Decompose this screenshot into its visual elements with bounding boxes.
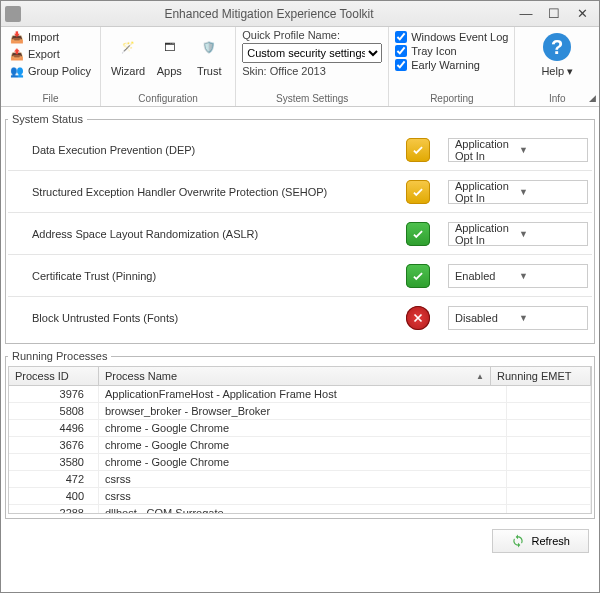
- process-table-body[interactable]: 3976ApplicationFrameHost - Application F…: [8, 386, 592, 514]
- group-policy-button[interactable]: 👥 Group Policy: [7, 63, 94, 79]
- table-row[interactable]: 3580chrome - Google Chrome: [9, 454, 591, 471]
- status-icon-wrap: [388, 264, 448, 288]
- table-row[interactable]: 5808browser_broker - Browser_Broker: [9, 403, 591, 420]
- refresh-icon: [511, 534, 525, 548]
- running-processes-panel: Running Processes Process ID Process Nam…: [5, 350, 595, 519]
- tray-icon-input[interactable]: [395, 45, 407, 57]
- status-combo[interactable]: Application Opt In▼: [448, 222, 588, 246]
- status-icon-wrap: [388, 222, 448, 246]
- group-label-configuration: Configuration: [107, 92, 229, 106]
- cell-emet: [507, 488, 591, 504]
- help-button[interactable]: ? Help ▾: [537, 29, 577, 80]
- status-combo[interactable]: Enabled▼: [448, 264, 588, 288]
- help-label: Help ▾: [541, 65, 573, 78]
- early-warning-input[interactable]: [395, 59, 407, 71]
- ribbon: 📥 Import 📤 Export 👥 Group Policy File 🪄 …: [1, 27, 599, 107]
- import-label: Import: [28, 31, 59, 43]
- footer: Refresh: [1, 523, 599, 559]
- refresh-label: Refresh: [531, 535, 570, 547]
- status-row: Address Space Layout Randomization (ASLR…: [8, 213, 592, 255]
- window-title: Enhanced Mitigation Experience Toolkit: [27, 7, 511, 21]
- wizard-button[interactable]: 🪄 Wizard: [107, 29, 149, 79]
- group-label-file: File: [7, 92, 94, 106]
- export-label: Export: [28, 48, 60, 60]
- column-header-emet[interactable]: Running EMET: [491, 367, 591, 385]
- table-row[interactable]: 2288dllhost - COM Surrogate: [9, 505, 591, 514]
- svg-text:?: ?: [551, 36, 563, 58]
- cell-pid: 472: [9, 471, 99, 487]
- cell-name: csrss: [99, 488, 507, 504]
- cell-pid: 400: [9, 488, 99, 504]
- title-bar: Enhanced Mitigation Experience Toolkit —…: [1, 1, 599, 27]
- trust-button[interactable]: 🛡️ Trust: [189, 29, 229, 79]
- ribbon-group-configuration: 🪄 Wizard 🗔 Apps 🛡️ Trust Configuration: [101, 27, 236, 106]
- tray-icon-checkbox[interactable]: Tray Icon: [395, 45, 456, 57]
- status-row: Data Execution Prevention (DEP)Applicati…: [8, 129, 592, 171]
- apps-label: Apps: [157, 65, 182, 77]
- cell-name: dllhost - COM Surrogate: [99, 505, 507, 514]
- cell-emet: [507, 505, 591, 514]
- import-icon: 📥: [10, 30, 24, 44]
- status-icon-wrap: [388, 180, 448, 204]
- event-log-label: Windows Event Log: [411, 31, 508, 43]
- apps-button[interactable]: 🗔 Apps: [149, 29, 189, 79]
- check-icon: [406, 264, 430, 288]
- status-label: Block Untrusted Fonts (Fonts): [8, 312, 388, 324]
- table-row[interactable]: 400csrss: [9, 488, 591, 505]
- cell-emet: [507, 403, 591, 419]
- cell-name: browser_broker - Browser_Broker: [99, 403, 507, 419]
- table-row[interactable]: 3676chrome - Google Chrome: [9, 437, 591, 454]
- cell-pid: 3580: [9, 454, 99, 470]
- table-row[interactable]: 4496chrome - Google Chrome: [9, 420, 591, 437]
- apps-icon: 🗔: [153, 31, 185, 63]
- wizard-icon: 🪄: [112, 31, 144, 63]
- status-combo[interactable]: Application Opt In▼: [448, 138, 588, 162]
- chevron-down-icon: ▼: [519, 187, 583, 197]
- dialog-launcher-icon[interactable]: ◢: [589, 93, 596, 103]
- wizard-label: Wizard: [111, 65, 145, 77]
- check-icon: [406, 138, 430, 162]
- import-button[interactable]: 📥 Import: [7, 29, 62, 45]
- column-header-pid[interactable]: Process ID: [9, 367, 99, 385]
- event-log-checkbox[interactable]: Windows Event Log: [395, 31, 508, 43]
- minimize-button[interactable]: —: [513, 4, 539, 24]
- help-icon: ?: [541, 31, 573, 63]
- cell-pid: 3676: [9, 437, 99, 453]
- maximize-button[interactable]: ☐: [541, 4, 567, 24]
- table-row[interactable]: 3976ApplicationFrameHost - Application F…: [9, 386, 591, 403]
- export-button[interactable]: 📤 Export: [7, 46, 63, 62]
- chevron-down-icon: ▼: [519, 145, 583, 155]
- status-combo[interactable]: Application Opt In▼: [448, 180, 588, 204]
- cell-name: chrome - Google Chrome: [99, 454, 507, 470]
- close-button[interactable]: ✕: [569, 4, 595, 24]
- status-combo[interactable]: Disabled▼: [448, 306, 588, 330]
- ribbon-group-system-settings: Quick Profile Name: Custom security sett…: [236, 27, 389, 106]
- chevron-down-icon: ▼: [519, 271, 583, 281]
- check-icon: [406, 180, 430, 204]
- column-header-name[interactable]: Process Name▲: [99, 367, 491, 385]
- status-label: Structured Exception Handler Overwrite P…: [8, 186, 388, 198]
- trust-label: Trust: [197, 65, 222, 77]
- cell-emet: [507, 420, 591, 436]
- cell-name: ApplicationFrameHost - Application Frame…: [99, 386, 507, 402]
- cell-emet: [507, 454, 591, 470]
- skin-label[interactable]: Skin: Office 2013: [242, 65, 326, 77]
- chevron-down-icon: ▼: [519, 229, 583, 239]
- status-row: Structured Exception Handler Overwrite P…: [8, 171, 592, 213]
- table-row[interactable]: 472csrss: [9, 471, 591, 488]
- early-warning-checkbox[interactable]: Early Warning: [395, 59, 480, 71]
- quick-profile-select[interactable]: Custom security settings: [242, 43, 382, 63]
- status-icon-wrap: [388, 306, 448, 330]
- group-policy-icon: 👥: [10, 64, 24, 78]
- tray-icon-label: Tray Icon: [411, 45, 456, 57]
- quick-profile-label: Quick Profile Name:: [242, 29, 340, 41]
- refresh-button[interactable]: Refresh: [492, 529, 589, 553]
- cell-name: chrome - Google Chrome: [99, 437, 507, 453]
- status-label: Address Space Layout Randomization (ASLR…: [8, 228, 388, 240]
- system-status-panel: System Status Data Execution Prevention …: [5, 113, 595, 344]
- status-icon-wrap: [388, 138, 448, 162]
- cell-pid: 4496: [9, 420, 99, 436]
- cell-name: csrss: [99, 471, 507, 487]
- system-status-legend: System Status: [8, 113, 87, 125]
- event-log-input[interactable]: [395, 31, 407, 43]
